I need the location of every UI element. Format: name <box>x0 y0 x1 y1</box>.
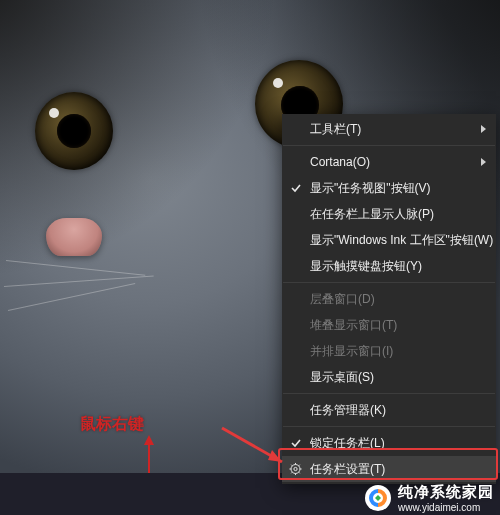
cat-nose <box>46 218 102 256</box>
menu-separator <box>283 145 495 146</box>
menu-item-taskbar-settings[interactable]: 任务栏设置(T) <box>282 456 496 482</box>
menu-separator <box>283 393 495 394</box>
svg-line-13 <box>299 465 300 466</box>
menu-label: 显示"Windows Ink 工作区"按钮(W) <box>310 232 493 249</box>
menu-item-task-manager[interactable]: 任务管理器(K) <box>282 397 496 423</box>
menu-item-show-desktop[interactable]: 显示桌面(S) <box>282 364 496 390</box>
menu-item-lock-taskbar[interactable]: 锁定任务栏(L) <box>282 430 496 456</box>
watermark: 纯净系统家园 www.yidaimei.com <box>364 483 494 513</box>
svg-point-5 <box>294 467 297 470</box>
menu-label: 在任务栏上显示人脉(P) <box>310 206 434 223</box>
menu-label: 工具栏(T) <box>310 121 361 138</box>
menu-label: 层叠窗口(D) <box>310 291 375 308</box>
menu-label: 任务管理器(K) <box>310 402 386 419</box>
menu-label: 并排显示窗口(I) <box>310 343 393 360</box>
menu-item-cortana[interactable]: Cortana(O) <box>282 149 496 175</box>
watermark-title: 纯净系统家园 <box>398 483 494 502</box>
menu-label: 显示触摸键盘按钮(Y) <box>310 258 422 275</box>
chevron-right-icon <box>481 158 486 166</box>
menu-item-stack[interactable]: 堆叠显示窗口(T) <box>282 312 496 338</box>
menu-separator <box>283 282 495 283</box>
svg-line-12 <box>291 472 292 473</box>
menu-label: Cortana(O) <box>310 155 370 169</box>
menu-label: 显示"任务视图"按钮(V) <box>310 180 431 197</box>
gear-icon <box>289 463 302 476</box>
checkmark-icon <box>291 183 301 193</box>
menu-label: 锁定任务栏(L) <box>310 435 385 452</box>
menu-item-side-by-side[interactable]: 并排显示窗口(I) <box>282 338 496 364</box>
annotation-right-click-label: 鼠标右键 <box>80 414 144 435</box>
watermark-text: 纯净系统家园 www.yidaimei.com <box>398 483 494 513</box>
menu-item-show-ink[interactable]: 显示"Windows Ink 工作区"按钮(W) <box>282 227 496 253</box>
watermark-url: www.yidaimei.com <box>398 502 494 513</box>
svg-line-11 <box>299 472 300 473</box>
menu-label: 任务栏设置(T) <box>310 461 385 478</box>
menu-label: 堆叠显示窗口(T) <box>310 317 397 334</box>
checkmark-icon <box>291 438 301 448</box>
taskbar-context-menu: 工具栏(T) Cortana(O) 显示"任务视图"按钮(V) 在任务栏上显示人… <box>282 114 496 484</box>
menu-item-toolbars[interactable]: 工具栏(T) <box>282 116 496 142</box>
svg-point-4 <box>291 465 300 474</box>
menu-item-show-touch-keyboard[interactable]: 显示触摸键盘按钮(Y) <box>282 253 496 279</box>
chevron-right-icon <box>481 125 486 133</box>
menu-item-cascade[interactable]: 层叠窗口(D) <box>282 286 496 312</box>
menu-item-show-people[interactable]: 在任务栏上显示人脉(P) <box>282 201 496 227</box>
cat-eye-left <box>35 92 113 170</box>
watermark-logo-icon <box>364 484 392 512</box>
svg-line-10 <box>291 465 292 466</box>
menu-item-show-task-view[interactable]: 显示"任务视图"按钮(V) <box>282 175 496 201</box>
menu-label: 显示桌面(S) <box>310 369 374 386</box>
menu-separator <box>283 426 495 427</box>
viewport: 鼠标右键 工具栏(T) Cortana(O) 显示"任务视图"按钮(V) 在任务… <box>0 0 500 515</box>
